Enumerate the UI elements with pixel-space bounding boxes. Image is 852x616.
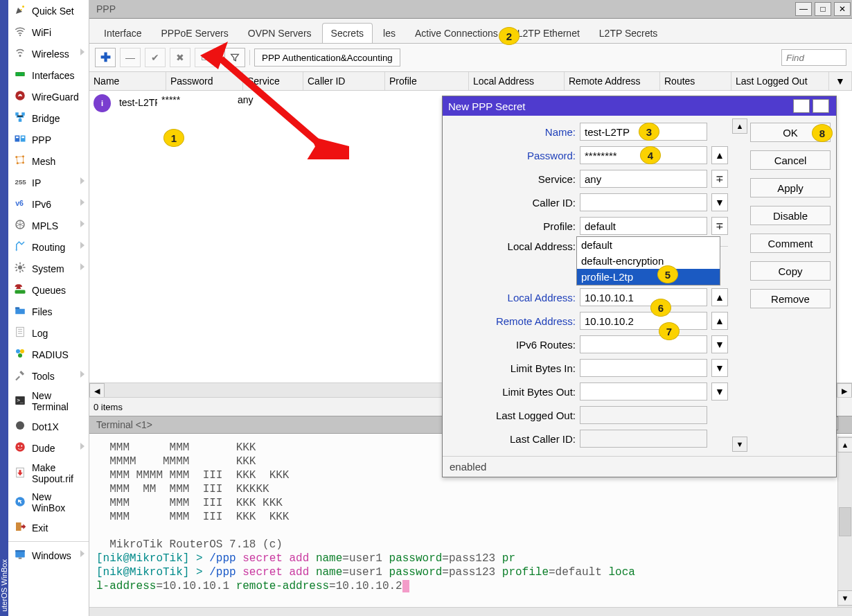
sidebar-item-bridge[interactable]: Bridge (8, 107, 89, 129)
radius-icon (14, 347, 26, 362)
localaddr-label: Local Address: (447, 292, 580, 303)
sidebar-item-ipv6[interactable]: v6IPv6 (8, 193, 89, 215)
column-header[interactable]: Caller ID (303, 72, 385, 90)
tab-secrets[interactable]: Secrets (322, 23, 373, 43)
localaddr-input[interactable] (580, 288, 707, 306)
tab-active-connections[interactable]: Active Connections (406, 23, 507, 43)
sidebar-item-interfaces[interactable]: Interfaces (8, 64, 89, 86)
remoteaddr-input[interactable] (580, 312, 707, 330)
ipv6routes-expand[interactable]: ▼ (711, 335, 728, 353)
dropdown-option[interactable]: profile-L2tp (577, 269, 720, 285)
sidebar-item-label: New WinBox (32, 491, 83, 513)
ipv6routes-input[interactable] (580, 335, 707, 353)
scroll-left-arrow[interactable]: ◀ (89, 383, 105, 398)
dropdown-option[interactable]: default-encryption (577, 253, 720, 269)
sidebar-item-wifi[interactable]: WiFi (8, 21, 89, 43)
sidebar-item-files[interactable]: Files (8, 301, 89, 322)
sidebar-item-terminal[interactable]: >_New Terminal (8, 387, 89, 416)
dot1x-icon (14, 419, 26, 434)
comment-button-dlg[interactable]: Comment (750, 234, 831, 253)
enable-button[interactable]: ✔ (145, 48, 166, 67)
column-header[interactable]: Profile (385, 72, 469, 90)
remove-button[interactable]: — (120, 48, 141, 67)
dialog-vscroll[interactable]: ▲▼ (732, 116, 750, 456)
user-icon: i (94, 94, 111, 112)
column-menu[interactable]: ▼ (829, 72, 852, 90)
column-header[interactable]: Name (89, 72, 166, 90)
sidebar-item-log[interactable]: Log (8, 322, 89, 344)
remove-button-dlg[interactable]: Remove (750, 289, 831, 308)
sidebar-item-supout[interactable]: Make Supout.rif (8, 459, 89, 488)
tab-ovpn-servers[interactable]: OVPN Servers (239, 23, 321, 43)
profile-dropdown-list[interactable]: defaultdefault-encryptionprofile-L2tp (576, 236, 720, 285)
sidebar-item-winbox[interactable]: New WinBox (8, 488, 89, 517)
callerid-label: Caller ID: (447, 197, 580, 209)
minimize-button[interactable]: — (795, 2, 812, 16)
limitbytesout-input[interactable] (580, 382, 707, 401)
tab-les[interactable]: les (374, 23, 405, 43)
apply-button[interactable]: Apply (750, 178, 831, 197)
dialog-titlebar[interactable]: New PPP Secret □ ✕ (443, 96, 836, 116)
svg-point-36 (16, 421, 24, 430)
tab-pppoe-servers[interactable]: PPPoE Servers (152, 23, 237, 43)
lbo-expand[interactable]: ▼ (711, 382, 728, 401)
maximize-button[interactable]: □ (815, 2, 831, 16)
column-header[interactable]: Local Address (469, 72, 565, 90)
tab-l2tp-ethernet[interactable]: L2TP Ethernet (508, 23, 589, 43)
find-input[interactable] (781, 49, 846, 66)
sidebar-item-mesh[interactable]: Mesh (8, 150, 89, 172)
quickset-icon (14, 3, 26, 18)
sidebar-item-queues[interactable]: Queues (8, 279, 89, 301)
sidebar-item-ip[interactable]: 255IP (8, 172, 89, 193)
callerid-input[interactable] (580, 193, 707, 211)
sidebar-item-mpls[interactable]: MPLS (8, 215, 89, 236)
sidebar-item-ppp[interactable]: PPP (8, 129, 89, 150)
sidebar-item-wireless[interactable]: Wireless (8, 43, 89, 64)
sidebar-item-routing[interactable]: Routing (8, 236, 89, 258)
sidebar-item-wireguard[interactable]: WireGuard (8, 86, 89, 107)
sidebar-item-system[interactable]: System (8, 258, 89, 279)
remoteaddr-clear[interactable]: ▲ (711, 312, 728, 330)
disable-button-dlg[interactable]: Disable (750, 206, 831, 225)
copy-button[interactable]: Copy (750, 261, 831, 281)
dialog-max-button[interactable]: □ (793, 99, 810, 113)
cancel-button[interactable]: Cancel (750, 150, 831, 170)
column-header[interactable]: Last Logged Out (731, 72, 829, 90)
column-header[interactable]: Remote Address (565, 72, 660, 90)
dialog-close-button[interactable]: ✕ (813, 99, 829, 113)
tab-l2tp-secrets[interactable]: L2TP Secrets (590, 23, 667, 43)
annotation-badge: 6 (650, 299, 671, 317)
sidebar-item-tools[interactable]: Tools (8, 365, 89, 387)
password-label: Password: (447, 150, 580, 161)
sidebar-item-exit[interactable]: Exit (8, 517, 89, 538)
close-button[interactable]: ✕ (834, 2, 851, 16)
tab-interface[interactable]: Interface (95, 23, 150, 43)
exit-icon (14, 520, 26, 535)
window-bottom-scroll[interactable] (89, 607, 852, 616)
service-dropdown[interactable]: ∓ (711, 170, 728, 188)
files-icon (14, 304, 26, 319)
sidebar-item-dot1x[interactable]: Dot1X (8, 416, 89, 437)
sidebar-item-windows[interactable]: Windows (8, 545, 89, 566)
wifi-icon (14, 25, 26, 39)
limitbytesin-input[interactable] (580, 359, 707, 377)
disable-button[interactable]: ✖ (170, 48, 190, 67)
scroll-right-arrow[interactable]: ▶ (837, 383, 852, 398)
sidebar-item-label: Dot1X (32, 421, 59, 432)
sidebar-item-dude[interactable]: Dude (8, 437, 89, 459)
column-header[interactable]: Service (243, 72, 303, 90)
callerid-expand[interactable]: ▼ (711, 193, 728, 211)
service-input[interactable] (580, 170, 707, 188)
profile-input[interactable] (580, 217, 707, 235)
localaddr-clear[interactable]: ▲ (711, 288, 728, 306)
column-header[interactable]: Routes (660, 72, 731, 90)
add-button[interactable]: ✚ (95, 48, 116, 67)
sidebar-item-radius[interactable]: RADIUS (8, 344, 89, 365)
password-clear[interactable]: ▲ (711, 146, 728, 164)
lbi-expand[interactable]: ▼ (711, 359, 728, 377)
terminal-scrollbar[interactable]: ▲▼ (837, 436, 852, 607)
sidebar-item-quickset[interactable]: Quick Set (8, 0, 89, 21)
profile-dropdown[interactable]: ∓ (711, 217, 728, 235)
ppp-auth-button[interactable]: PPP Authentication&Accounting (254, 49, 400, 67)
dropdown-option[interactable]: default (577, 237, 720, 253)
